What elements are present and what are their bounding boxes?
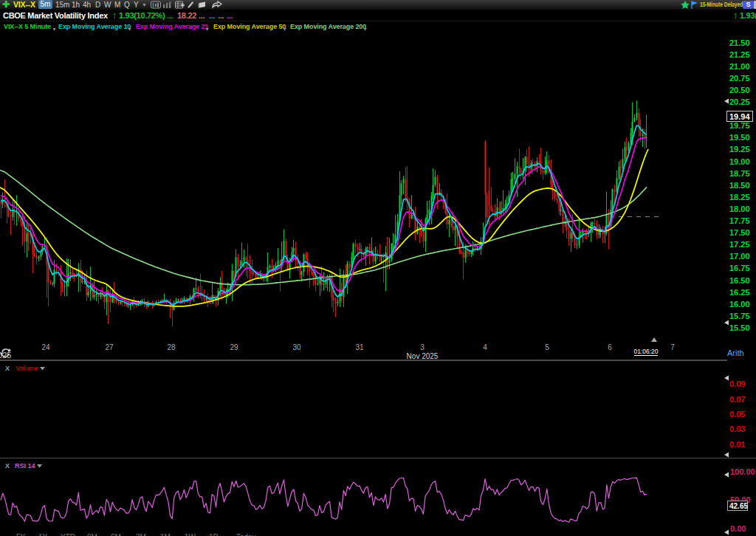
svg-text:21.00: 21.00 <box>729 62 750 71</box>
svg-text:Nov 2025: Nov 2025 <box>407 352 439 360</box>
svg-text:0.03: 0.03 <box>729 425 745 433</box>
svg-text:21.50: 21.50 <box>729 38 750 47</box>
svg-text:18.75: 18.75 <box>729 169 750 178</box>
svg-text:29: 29 <box>230 343 238 351</box>
svg-text:1W: 1W <box>185 533 196 536</box>
svg-text:1M: 1M <box>160 533 171 536</box>
svg-text:0.07: 0.07 <box>729 395 745 404</box>
svg-text:42.65: 42.65 <box>729 502 748 510</box>
svg-text:24: 24 <box>41 343 50 351</box>
svg-text:19.75: 19.75 <box>729 121 750 130</box>
svg-text:X: X <box>5 365 10 372</box>
svg-text:18.00: 18.00 <box>729 205 750 213</box>
svg-text:0.00: 0.00 <box>730 524 746 533</box>
svg-text:17.25: 17.25 <box>729 240 750 249</box>
svg-text:0.05: 0.05 <box>729 410 745 419</box>
svg-text:Today: Today <box>236 533 256 536</box>
svg-text:20.50: 20.50 <box>729 86 750 95</box>
svg-text:16.25: 16.25 <box>729 288 750 297</box>
svg-text:3: 3 <box>420 343 425 351</box>
svg-text:19.25: 19.25 <box>729 145 750 154</box>
svg-text:16.50: 16.50 <box>729 276 750 285</box>
svg-text:19.00: 19.00 <box>729 157 750 166</box>
svg-text:5Y: 5Y <box>16 533 26 536</box>
svg-text:0.01: 0.01 <box>729 440 745 449</box>
svg-text:31: 31 <box>355 343 364 351</box>
svg-text:20.25: 20.25 <box>729 97 750 106</box>
svg-text:6M: 6M <box>111 533 121 536</box>
svg-text:16.00: 16.00 <box>729 300 750 309</box>
svg-text:18.25: 18.25 <box>729 193 750 202</box>
svg-text:9M: 9M <box>87 533 97 536</box>
svg-text:X: X <box>5 462 10 470</box>
svg-text:0.09: 0.09 <box>729 379 745 388</box>
svg-text:18.50: 18.50 <box>729 181 750 190</box>
svg-text:28: 28 <box>167 343 176 351</box>
svg-text:16.75: 16.75 <box>729 264 750 272</box>
svg-text:15.50: 15.50 <box>729 323 750 332</box>
svg-text:100.00: 100.00 <box>730 467 755 476</box>
svg-text:Volume: Volume <box>16 365 38 372</box>
svg-text:4: 4 <box>483 343 487 351</box>
svg-text:Arith: Arith <box>727 348 744 357</box>
svg-text:19.94: 19.94 <box>729 112 750 121</box>
svg-text:5: 5 <box>545 343 549 351</box>
svg-text:15.75: 15.75 <box>729 312 750 320</box>
svg-text:17.75: 17.75 <box>729 216 750 225</box>
svg-text:1Y: 1Y <box>38 533 48 536</box>
svg-text:1D: 1D <box>209 533 219 536</box>
svg-text:20.75: 20.75 <box>729 74 750 83</box>
svg-text:19.50: 19.50 <box>729 133 750 142</box>
svg-text:7: 7 <box>670 343 675 351</box>
svg-text:3M: 3M <box>136 533 146 536</box>
svg-text:17.50: 17.50 <box>729 228 750 237</box>
svg-text:01:06:20: 01:06:20 <box>633 348 658 355</box>
svg-text:21.25: 21.25 <box>729 50 750 59</box>
svg-text:6: 6 <box>608 343 612 351</box>
svg-text:RSI 14: RSI 14 <box>15 462 35 470</box>
svg-text:27: 27 <box>105 343 114 351</box>
svg-text:YTD: YTD <box>61 533 75 536</box>
svg-text:30: 30 <box>292 343 301 351</box>
svg-text:17.00: 17.00 <box>729 252 750 261</box>
